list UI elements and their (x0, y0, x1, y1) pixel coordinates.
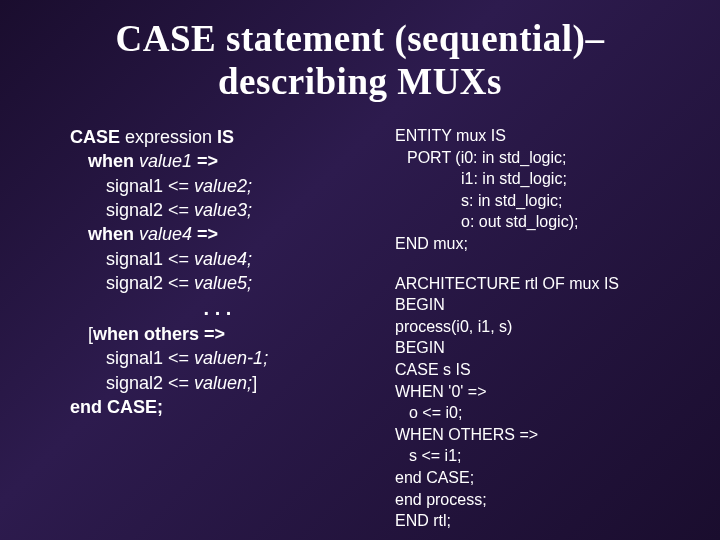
sig: signal1 <= (106, 176, 194, 196)
code-line: s <= i1; (395, 445, 690, 467)
code-line: s: in std_logic; (395, 190, 690, 212)
val: value3; (194, 200, 252, 220)
code-line: END mux; (395, 233, 690, 255)
bracket-close: ] (252, 373, 257, 393)
arrow: => (197, 224, 218, 244)
code-line: BEGIN (395, 294, 690, 316)
sig: signal2 <= (106, 273, 194, 293)
sig: signal1 <= (106, 249, 194, 269)
assign-line: signal2 <= value5; (70, 271, 365, 295)
when-line: when value4 => (70, 222, 365, 246)
val: valuen; (194, 373, 252, 393)
val: valuen-1; (194, 348, 268, 368)
code-line: ENTITY mux IS (395, 125, 690, 147)
sig: signal1 <= (106, 348, 194, 368)
slide: CASE statement (sequential)– describing … (0, 0, 720, 540)
left-column: CASE expression IS when value1 => signal… (30, 125, 365, 532)
assign-line: signal1 <= valuen-1; (70, 346, 365, 370)
code-line: PORT (i0: in std_logic; (395, 147, 690, 169)
kw-when: when (88, 151, 139, 171)
code-line: end CASE; (395, 467, 690, 489)
code-line: CASE s IS (395, 359, 690, 381)
code-line: o: out std_logic); (395, 211, 690, 233)
code-line: BEGIN (395, 337, 690, 359)
code-line: WHEN OTHERS => (395, 424, 690, 446)
case-line: CASE expression IS (70, 125, 365, 149)
val: value5; (194, 273, 252, 293)
when-line: when value1 => (70, 149, 365, 173)
entity-block: ENTITY mux IS PORT (i0: in std_logic; i1… (395, 125, 690, 255)
code-line: i1: in std_logic; (395, 168, 690, 190)
val: value2; (194, 176, 252, 196)
kw-when: when (88, 224, 139, 244)
ellipsis: . . . (70, 295, 365, 322)
kw-case: CASE (70, 127, 125, 147)
code-line: end process; (395, 489, 690, 511)
assign-line: signal1 <= value4; (70, 247, 365, 271)
val: value1 (139, 151, 197, 171)
sig: signal2 <= (106, 373, 194, 393)
slide-title: CASE statement (sequential)– describing … (30, 18, 690, 103)
assign-line: signal1 <= value2; (70, 174, 365, 198)
val: value4 (139, 224, 197, 244)
code-line: ARCHITECTURE rtl OF mux IS (395, 273, 690, 295)
right-column: ENTITY mux IS PORT (i0: in std_logic; i1… (385, 125, 690, 532)
sig: signal2 <= (106, 200, 194, 220)
when-others-line: [when others => (70, 322, 365, 346)
code-line: process(i0, i1, s) (395, 316, 690, 338)
content-columns: CASE expression IS when value1 => signal… (30, 125, 690, 532)
code-line: o <= i0; (395, 402, 690, 424)
arch-block: ARCHITECTURE rtl OF mux IS BEGIN process… (395, 273, 690, 532)
kw-is: IS (217, 127, 234, 147)
kw-when-others: when others => (93, 324, 225, 344)
assign-line: signal2 <= valuen;] (70, 371, 365, 395)
end-case: end CASE; (70, 395, 365, 419)
val: value4; (194, 249, 252, 269)
arrow: => (197, 151, 218, 171)
code-line: END rtl; (395, 510, 690, 532)
assign-line: signal2 <= value3; (70, 198, 365, 222)
txt: expression (125, 127, 217, 147)
code-line: WHEN '0' => (395, 381, 690, 403)
